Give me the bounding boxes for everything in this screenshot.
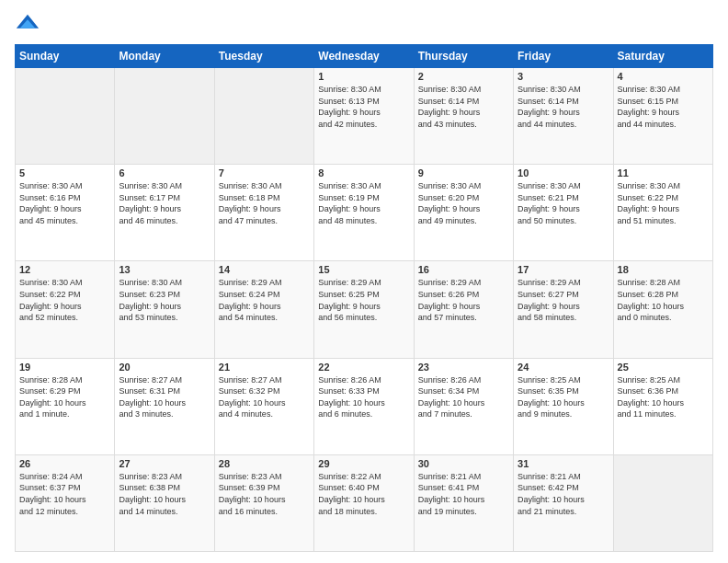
day-number: 26 bbox=[19, 458, 110, 469]
calendar-cell: 22Sunrise: 8:26 AM Sunset: 6:33 PM Dayli… bbox=[314, 358, 414, 454]
day-number: 29 bbox=[318, 458, 409, 469]
calendar-cell bbox=[16, 68, 115, 165]
calendar-cell: 6Sunrise: 8:30 AM Sunset: 6:17 PM Daylig… bbox=[115, 165, 214, 261]
day-number: 27 bbox=[119, 458, 210, 469]
calendar-cell: 10Sunrise: 8:30 AM Sunset: 6:21 PM Dayli… bbox=[514, 165, 613, 261]
day-info: Sunrise: 8:21 AM Sunset: 6:41 PM Dayligh… bbox=[418, 471, 509, 517]
day-info: Sunrise: 8:30 AM Sunset: 6:18 PM Dayligh… bbox=[219, 180, 310, 226]
day-info: Sunrise: 8:28 AM Sunset: 6:28 PM Dayligh… bbox=[618, 277, 709, 323]
day-number: 7 bbox=[219, 167, 310, 178]
day-number: 8 bbox=[318, 167, 409, 178]
day-info: Sunrise: 8:24 AM Sunset: 6:37 PM Dayligh… bbox=[19, 471, 110, 517]
day-number: 9 bbox=[418, 167, 509, 178]
calendar-cell bbox=[115, 68, 214, 165]
calendar-cell: 16Sunrise: 8:29 AM Sunset: 6:26 PM Dayli… bbox=[414, 261, 513, 358]
calendar-week-4: 26Sunrise: 8:24 AM Sunset: 6:37 PM Dayli… bbox=[16, 454, 713, 551]
day-number: 21 bbox=[219, 362, 310, 373]
day-info: Sunrise: 8:21 AM Sunset: 6:42 PM Dayligh… bbox=[518, 471, 609, 517]
calendar-cell: 30Sunrise: 8:21 AM Sunset: 6:41 PM Dayli… bbox=[414, 454, 513, 551]
day-info: Sunrise: 8:22 AM Sunset: 6:40 PM Dayligh… bbox=[318, 471, 409, 517]
calendar-cell: 24Sunrise: 8:25 AM Sunset: 6:35 PM Dayli… bbox=[514, 358, 613, 454]
day-info: Sunrise: 8:29 AM Sunset: 6:26 PM Dayligh… bbox=[418, 277, 509, 323]
day-info: Sunrise: 8:30 AM Sunset: 6:14 PM Dayligh… bbox=[518, 84, 609, 130]
calendar-cell: 13Sunrise: 8:30 AM Sunset: 6:23 PM Dayli… bbox=[115, 261, 214, 358]
weekday-header-friday: Friday bbox=[514, 45, 613, 68]
calendar-cell: 31Sunrise: 8:21 AM Sunset: 6:42 PM Dayli… bbox=[514, 454, 613, 551]
day-number: 4 bbox=[618, 71, 709, 82]
calendar-cell: 5Sunrise: 8:30 AM Sunset: 6:16 PM Daylig… bbox=[16, 165, 115, 261]
day-number: 22 bbox=[318, 362, 409, 373]
day-number: 14 bbox=[219, 264, 310, 275]
day-info: Sunrise: 8:30 AM Sunset: 6:13 PM Dayligh… bbox=[318, 84, 409, 130]
day-info: Sunrise: 8:27 AM Sunset: 6:31 PM Dayligh… bbox=[119, 374, 210, 420]
day-number: 6 bbox=[119, 167, 210, 178]
calendar-cell: 23Sunrise: 8:26 AM Sunset: 6:34 PM Dayli… bbox=[414, 358, 513, 454]
calendar-cell: 1Sunrise: 8:30 AM Sunset: 6:13 PM Daylig… bbox=[314, 68, 414, 165]
day-number: 2 bbox=[418, 71, 509, 82]
day-number: 5 bbox=[19, 167, 110, 178]
calendar-cell bbox=[613, 454, 712, 551]
day-number: 16 bbox=[418, 264, 509, 275]
calendar-week-3: 19Sunrise: 8:28 AM Sunset: 6:29 PM Dayli… bbox=[16, 358, 713, 454]
day-number: 17 bbox=[518, 264, 609, 275]
day-info: Sunrise: 8:28 AM Sunset: 6:29 PM Dayligh… bbox=[19, 374, 110, 420]
day-info: Sunrise: 8:30 AM Sunset: 6:21 PM Dayligh… bbox=[518, 180, 609, 226]
calendar-week-1: 5Sunrise: 8:30 AM Sunset: 6:16 PM Daylig… bbox=[16, 165, 713, 261]
calendar-cell bbox=[214, 68, 313, 165]
calendar-cell: 21Sunrise: 8:27 AM Sunset: 6:32 PM Dayli… bbox=[214, 358, 313, 454]
day-number: 12 bbox=[19, 264, 110, 275]
day-info: Sunrise: 8:25 AM Sunset: 6:36 PM Dayligh… bbox=[618, 374, 709, 420]
calendar-cell: 27Sunrise: 8:23 AM Sunset: 6:38 PM Dayli… bbox=[115, 454, 214, 551]
calendar-cell: 4Sunrise: 8:30 AM Sunset: 6:15 PM Daylig… bbox=[613, 68, 712, 165]
logo bbox=[15, 11, 44, 37]
day-number: 20 bbox=[119, 362, 210, 373]
day-number: 31 bbox=[518, 458, 609, 469]
day-number: 10 bbox=[518, 167, 609, 178]
weekday-header-row: SundayMondayTuesdayWednesdayThursdayFrid… bbox=[16, 45, 713, 68]
day-info: Sunrise: 8:30 AM Sunset: 6:17 PM Dayligh… bbox=[119, 180, 210, 226]
weekday-header-thursday: Thursday bbox=[414, 45, 513, 68]
day-number: 1 bbox=[318, 71, 409, 82]
day-info: Sunrise: 8:30 AM Sunset: 6:19 PM Dayligh… bbox=[318, 180, 409, 226]
day-number: 23 bbox=[418, 362, 509, 373]
day-info: Sunrise: 8:29 AM Sunset: 6:24 PM Dayligh… bbox=[219, 277, 310, 323]
calendar-cell: 9Sunrise: 8:30 AM Sunset: 6:20 PM Daylig… bbox=[414, 165, 513, 261]
weekday-header-tuesday: Tuesday bbox=[214, 45, 313, 68]
day-number: 28 bbox=[219, 458, 310, 469]
day-number: 15 bbox=[318, 264, 409, 275]
day-number: 25 bbox=[618, 362, 709, 373]
day-number: 3 bbox=[518, 71, 609, 82]
day-info: Sunrise: 8:25 AM Sunset: 6:35 PM Dayligh… bbox=[518, 374, 609, 420]
calendar-cell: 20Sunrise: 8:27 AM Sunset: 6:31 PM Dayli… bbox=[115, 358, 214, 454]
day-info: Sunrise: 8:23 AM Sunset: 6:39 PM Dayligh… bbox=[219, 471, 310, 517]
calendar-week-0: 1Sunrise: 8:30 AM Sunset: 6:13 PM Daylig… bbox=[16, 68, 713, 165]
day-info: Sunrise: 8:30 AM Sunset: 6:22 PM Dayligh… bbox=[19, 277, 110, 323]
calendar-cell: 14Sunrise: 8:29 AM Sunset: 6:24 PM Dayli… bbox=[214, 261, 313, 358]
calendar-cell: 28Sunrise: 8:23 AM Sunset: 6:39 PM Dayli… bbox=[214, 454, 313, 551]
weekday-header-saturday: Saturday bbox=[613, 45, 712, 68]
header bbox=[15, 11, 713, 37]
calendar-cell: 2Sunrise: 8:30 AM Sunset: 6:14 PM Daylig… bbox=[414, 68, 513, 165]
weekday-header-sunday: Sunday bbox=[16, 45, 115, 68]
calendar-cell: 18Sunrise: 8:28 AM Sunset: 6:28 PM Dayli… bbox=[613, 261, 712, 358]
page: SundayMondayTuesdayWednesdayThursdayFrid… bbox=[0, 0, 728, 563]
calendar-cell: 7Sunrise: 8:30 AM Sunset: 6:18 PM Daylig… bbox=[214, 165, 313, 261]
calendar-table: SundayMondayTuesdayWednesdayThursdayFrid… bbox=[15, 44, 713, 552]
calendar-cell: 25Sunrise: 8:25 AM Sunset: 6:36 PM Dayli… bbox=[613, 358, 712, 454]
day-info: Sunrise: 8:26 AM Sunset: 6:33 PM Dayligh… bbox=[318, 374, 409, 420]
weekday-header-wednesday: Wednesday bbox=[314, 45, 414, 68]
calendar-cell: 8Sunrise: 8:30 AM Sunset: 6:19 PM Daylig… bbox=[314, 165, 414, 261]
day-info: Sunrise: 8:30 AM Sunset: 6:14 PM Dayligh… bbox=[418, 84, 509, 130]
calendar-cell: 19Sunrise: 8:28 AM Sunset: 6:29 PM Dayli… bbox=[16, 358, 115, 454]
calendar-cell: 11Sunrise: 8:30 AM Sunset: 6:22 PM Dayli… bbox=[613, 165, 712, 261]
calendar-week-2: 12Sunrise: 8:30 AM Sunset: 6:22 PM Dayli… bbox=[16, 261, 713, 358]
calendar-cell: 17Sunrise: 8:29 AM Sunset: 6:27 PM Dayli… bbox=[514, 261, 613, 358]
day-number: 13 bbox=[119, 264, 210, 275]
day-info: Sunrise: 8:29 AM Sunset: 6:25 PM Dayligh… bbox=[318, 277, 409, 323]
day-info: Sunrise: 8:23 AM Sunset: 6:38 PM Dayligh… bbox=[119, 471, 210, 517]
day-info: Sunrise: 8:27 AM Sunset: 6:32 PM Dayligh… bbox=[219, 374, 310, 420]
calendar-cell: 15Sunrise: 8:29 AM Sunset: 6:25 PM Dayli… bbox=[314, 261, 414, 358]
day-number: 11 bbox=[618, 167, 709, 178]
day-info: Sunrise: 8:30 AM Sunset: 6:22 PM Dayligh… bbox=[618, 180, 709, 226]
day-info: Sunrise: 8:26 AM Sunset: 6:34 PM Dayligh… bbox=[418, 374, 509, 420]
